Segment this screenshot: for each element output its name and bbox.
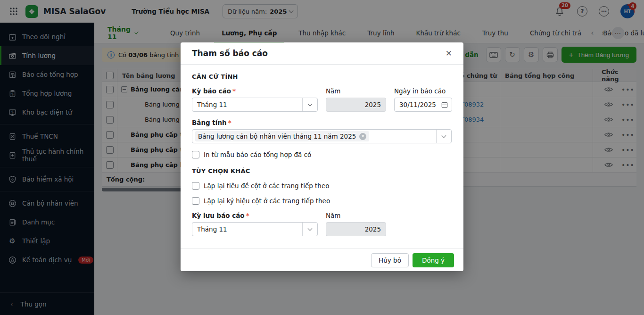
save-year-field: Năm 2025 [326,212,386,236]
year-input-disabled: 2025 [326,98,386,112]
print-date-field: Ngày in báo cáo 30/11/2025 [394,87,452,112]
sheet-multiselect[interactable]: Bảng lương cán bộ nhân viên tháng 11 năm… [192,129,452,143]
print-from-template-checkbox-row[interactable]: In từ mẫu báo cáo tổng hợp đã có [192,151,452,158]
chevron-down-icon [308,226,313,231]
year-field: Năm 2025 [326,87,386,112]
chevron-down-icon [442,133,446,138]
save-year-input-disabled: 2025 [326,222,386,236]
report-params-dialog: Tham số báo cáo ✕ CĂN CỨ TÍNH Kỳ báo cáo… [181,42,463,271]
repeat-symbol-checkbox-row[interactable]: Lặp lại ký hiệu cột ở các trang tiếp the… [192,197,452,205]
save-period-select[interactable]: Tháng 11 [192,222,318,236]
required-asterisk: * [246,212,249,219]
checkbox[interactable] [192,182,199,190]
report-period-field: Kỳ báo cáo* Tháng 11 [192,87,318,112]
cancel-button[interactable]: Hủy bỏ [371,253,409,267]
sheet-field: Bảng tính* Bảng lương cán bộ nhân viên t… [192,119,452,143]
close-icon[interactable]: ✕ [446,49,452,58]
remove-tag-icon[interactable]: ✕ [359,133,366,140]
checkbox[interactable] [192,151,199,158]
print-date-input[interactable]: 30/11/2025 [394,98,452,112]
dialog-footer: Hủy bỏ Đồng ý [181,249,463,271]
calendar-icon [441,101,448,108]
dialog-header: Tham số báo cáo ✕ [181,42,463,65]
repeat-header-checkbox-row[interactable]: Lặp lại tiêu đề cột ở các trang tiếp the… [192,182,452,190]
confirm-button[interactable]: Đồng ý [413,253,454,267]
section-can-cu-tinh: CĂN CỨ TÍNH [192,73,452,80]
selected-sheet-tag: Bảng lương cán bộ nhân viên tháng 11 năm… [195,131,369,141]
dialog-title: Tham số báo cáo [192,49,268,58]
required-asterisk: * [232,87,236,95]
save-period-field: Kỳ lưu báo cáo* Tháng 11 [192,212,318,236]
section-tuy-chon-khac: TÙY CHỌN KHÁC [192,167,452,174]
required-asterisk: * [228,119,231,126]
checkbox[interactable] [192,197,199,205]
report-period-select[interactable]: Tháng 11 [192,98,318,112]
chevron-down-icon [308,102,313,107]
